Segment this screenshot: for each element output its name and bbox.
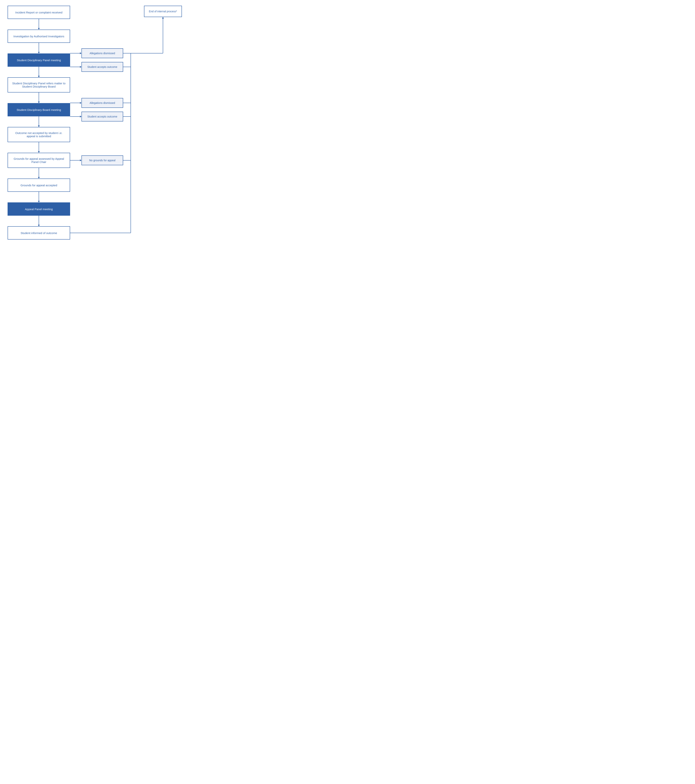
svg-marker-37 <box>162 17 164 18</box>
student-accepts-1-label: Student accepts outcome <box>87 65 117 68</box>
svg-marker-19 <box>80 52 81 54</box>
svg-marker-17 <box>38 225 40 226</box>
svg-marker-1 <box>38 28 40 30</box>
grounds-accepted-label: Grounds for appeal accepted <box>20 184 57 187</box>
svg-marker-25 <box>80 115 81 117</box>
board-meeting-box: Student Disciplinary Board meeting <box>8 103 70 116</box>
allegations-dismissed-1-box: Allegations dismissed <box>81 48 123 58</box>
outcome-not-accepted-label: Outcome not accepted by student i.e. app… <box>12 131 66 138</box>
svg-marker-15 <box>38 201 40 203</box>
svg-marker-11 <box>38 151 40 153</box>
svg-marker-23 <box>80 102 81 104</box>
student-informed-label: Student informed of outcome <box>21 231 57 235</box>
flowchart-wrapper: End of internal process* Allegations dis… <box>6 4 188 254</box>
svg-marker-27 <box>80 160 81 161</box>
allegations-dismissed-2-label: Allegations dismissed <box>90 101 115 104</box>
investigation-label: Investigation by Authorised Investigator… <box>13 35 64 38</box>
svg-marker-13 <box>38 177 40 178</box>
student-informed-box: Student informed of outcome <box>8 226 70 240</box>
end-of-process-box: End of internal process* <box>144 6 182 17</box>
no-grounds-label: No grounds for appeal <box>89 159 115 162</box>
appeal-panel-label: Appeal Panel meeting <box>25 208 53 211</box>
grounds-assessed-box: Grounds for appeal assessed by Appeal Pa… <box>8 153 70 168</box>
svg-marker-7 <box>38 102 40 103</box>
allegations-dismissed-1-label: Allegations dismissed <box>90 52 115 55</box>
incident-box: Incident Report or complaint received <box>8 6 70 19</box>
panel-refers-label: Student Disciplinary Panel refers matter… <box>12 82 66 88</box>
svg-marker-3 <box>38 52 40 53</box>
incident-label: Incident Report or complaint received <box>15 11 63 14</box>
board-meeting-label: Student Disciplinary Board meeting <box>16 108 61 112</box>
allegations-dismissed-2-box: Allegations dismissed <box>81 98 123 108</box>
panel-refers-box: Student Disciplinary Panel refers matter… <box>8 77 70 92</box>
grounds-assessed-label: Grounds for appeal assessed by Appeal Pa… <box>12 157 66 163</box>
svg-marker-21 <box>80 66 81 68</box>
appeal-panel-box: Appeal Panel meeting <box>8 203 70 216</box>
outcome-not-accepted-box: Outcome not accepted by student i.e. app… <box>8 127 70 142</box>
grounds-accepted-box: Grounds for appeal accepted <box>8 178 70 192</box>
student-accepts-1-box: Student accepts outcome <box>81 62 123 72</box>
svg-marker-9 <box>38 125 40 127</box>
end-of-process-label: End of internal process* <box>149 10 177 13</box>
student-accepts-2-box: Student accepts outcome <box>81 112 123 122</box>
svg-marker-5 <box>38 76 40 77</box>
student-accepts-2-label: Student accepts outcome <box>87 115 117 118</box>
investigation-box: Investigation by Authorised Investigator… <box>8 30 70 43</box>
no-grounds-box: No grounds for appeal <box>81 155 123 165</box>
panel-meeting-box: Student Disciplinary Panel meeting <box>8 53 70 67</box>
panel-meeting-label: Student Disciplinary Panel meeting <box>17 59 61 62</box>
